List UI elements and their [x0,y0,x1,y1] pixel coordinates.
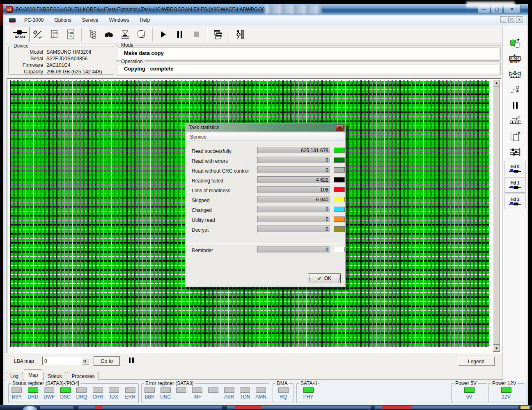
app-icon: 04 [6,6,13,13]
goto-button[interactable]: Go to [94,356,120,366]
hd-head-button[interactable]: Hd 1 [504,177,526,193]
color-swatch [334,167,345,173]
register-bit: ERR [123,387,137,400]
close-tasks-button[interactable]: ✕ [506,129,524,144]
color-swatch [334,226,345,232]
hd-head-button[interactable]: Hd 2 [504,194,526,209]
dialog-titlebar[interactable]: Task statistics ✕ [186,123,345,132]
color-swatch [334,177,345,182]
register-bit: RQ [276,387,290,400]
skip-sectors-button[interactable]: ✕ [506,113,524,129]
register-bit: AMN [254,387,268,400]
statistics-button[interactable]: 100% [64,27,78,41]
reset-counter-icon: 0|0|0 [509,56,521,61]
scroll-down-arrow[interactable]: ▼ [493,345,500,352]
operation-group: Operation Copying - complete [116,61,501,75]
menu-item[interactable]: Windows [104,16,135,24]
toolbar: SATA3 0II0Ii 100% [5,25,502,43]
pause-task-button[interactable] [506,98,524,113]
dialog-title: Task statistics [189,125,219,130]
mdi-restore-button[interactable]: ❐ [508,16,515,23]
export-data-button[interactable] [135,27,149,41]
menu-item[interactable]: Help [134,16,155,24]
taskbar-item[interactable] [39,406,74,410]
start-button[interactable] [156,27,170,41]
led-indicator [278,387,289,393]
stop-icon [194,32,199,37]
head-control-button[interactable] [506,82,524,98]
stop-button[interactable] [189,27,203,41]
led-indicator [144,387,155,393]
lba-dropdown-button[interactable]: D↓ [82,358,89,364]
register-bit: PHY [301,387,315,400]
hd-head-button[interactable]: Hd 0 [504,161,526,176]
map-scrollbar[interactable]: ▲ ▼ [493,80,500,352]
statistic-row: Read without CRC control 0 [186,166,345,176]
menu-item[interactable]: Options [49,16,76,24]
redacted-blur [265,5,321,14]
recalibrate-button[interactable]: ▷0◁ [506,66,524,82]
start-orb[interactable] [23,406,37,410]
script-info-icon: 0II0Ii [49,29,60,40]
color-swatch [334,207,345,212]
toolbar-separator [207,27,207,41]
statistic-row: Utility read 0 [186,216,345,226]
statistic-row: Read with errors 0 [186,157,345,166]
color-swatch [334,148,345,153]
led-indicator [464,387,475,393]
legend-button[interactable]: Legend [458,357,495,366]
green-database-copy-icon [509,37,521,49]
device-group: Device Model SAMSUNG HM320II Serial S22E… [8,46,114,75]
structure-button[interactable] [85,27,99,41]
reset-button[interactable]: 1↓ 0|0|0 RESET [506,51,524,66]
mode-group-label: Mode [119,42,135,48]
tab[interactable]: Status [43,372,66,380]
lba-input[interactable]: 0 D↓ [42,357,90,365]
sata-bus-icon [13,30,27,35]
led-indicator [93,387,103,393]
titlebar: 04 PC-3000 EXPRESS - SOUTH KOREA - [Data… [3,4,528,15]
statistic-row: Changed 0 [186,206,345,216]
operation-value-box: Copying - complete [118,64,499,73]
toolbar-separator [152,27,153,41]
tab[interactable]: Processes [67,372,99,380]
mdi-window-controls: — ❐ ✕ [500,16,523,23]
check-icon: ✔ [317,276,322,282]
statistic-row: Skipped 6 040 [186,196,345,206]
menu-item[interactable]: PC-3000 [19,16,49,24]
toolbar-separator [81,27,82,41]
windows-taskbar[interactable] [0,405,532,410]
utility-settings-button[interactable] [31,27,45,41]
sata2-group: SATA-II PHY [296,383,320,403]
menu-item[interactable]: Service [77,16,104,24]
tab[interactable]: Log [6,372,23,380]
led-indicator [161,387,171,393]
dialog-separator [189,243,342,244]
equalizer-sliders-icon [509,146,521,158]
close-pages-icon: ✕ [509,131,521,142]
ok-button[interactable]: ✔ OK [308,273,341,283]
task-windows-button[interactable] [211,27,225,41]
sata3-port-button[interactable]: SATA3 [11,27,30,42]
led-indicator [256,387,266,393]
value-bar: 0 [257,226,330,232]
scrollbar-thumb[interactable] [493,87,500,345]
dialog-close-button[interactable]: ✕ [336,125,344,131]
mdi-close-button[interactable]: ✕ [516,16,523,23]
parameters-button[interactable] [506,144,524,160]
head-icon [509,186,521,189]
exit-button[interactable] [233,27,247,41]
scroll-up-arrow[interactable]: ▲ [493,80,500,87]
tab[interactable]: Map [24,369,42,380]
redacted-blur-top [466,2,515,7]
search-button[interactable] [102,27,116,41]
filter-button[interactable] [118,27,132,41]
pause-button[interactable] [173,27,187,41]
value-bar: 0 [257,166,330,173]
lba-map-label: LBA map [14,358,34,364]
dma-group: DMA RQ [273,383,294,403]
statistic-row: Loss of readiness 108 [186,186,345,196]
report-button[interactable]: 0II0Ii [47,27,61,41]
data-copy-button[interactable] [506,35,524,51]
mdi-minimize-button[interactable]: — [500,16,507,23]
